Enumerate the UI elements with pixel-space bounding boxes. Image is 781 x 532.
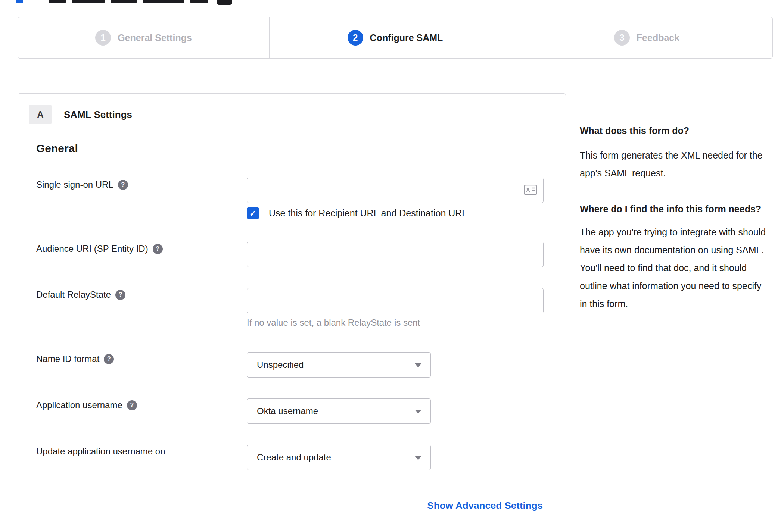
cropped-title-fragment bbox=[143, 0, 184, 3]
contact-card-icon[interactable] bbox=[524, 185, 537, 197]
step-general-settings[interactable]: 1 General Settings bbox=[18, 17, 269, 58]
show-advanced-settings-link[interactable]: Show Advanced Settings bbox=[427, 500, 543, 511]
step-label: General Settings bbox=[118, 32, 192, 43]
step-label: Feedback bbox=[637, 32, 679, 43]
sidebar-question-1: What does this form do? bbox=[580, 122, 771, 139]
update-username-value: Create and update bbox=[257, 452, 331, 463]
default-relaystate-label: Default RelayState bbox=[36, 290, 111, 300]
sidebar-question-2: Where do I find the info this form needs… bbox=[580, 201, 771, 217]
help-icon[interactable]: ? bbox=[127, 400, 137, 410]
sidebar-answer-1: This form generates the XML needed for t… bbox=[580, 146, 771, 182]
help-icon[interactable]: ? bbox=[153, 244, 163, 254]
help-sidebar: What does this form do? This form genera… bbox=[580, 122, 771, 313]
chevron-down-icon bbox=[415, 410, 421, 414]
default-relaystate-input[interactable] bbox=[247, 288, 544, 313]
help-icon[interactable]: ? bbox=[118, 180, 128, 190]
audience-uri-label: Audience URI (SP Entity ID) bbox=[36, 244, 148, 254]
help-icon[interactable]: ? bbox=[104, 354, 114, 364]
relaystate-hint: If no value is set, a blank RelayState i… bbox=[247, 317, 420, 328]
name-id-format-label: Name ID format bbox=[36, 354, 99, 364]
step-configure-saml[interactable]: 2 Configure SAML bbox=[269, 17, 521, 58]
group-title-general: General bbox=[36, 142, 78, 155]
update-username-select[interactable]: Create and update bbox=[247, 445, 431, 470]
saml-settings-panel: A SAML Settings General Single sign-on U… bbox=[18, 93, 566, 532]
chevron-down-icon bbox=[415, 363, 421, 367]
step-number-badge: 1 bbox=[95, 30, 111, 46]
step-number-badge: 3 bbox=[614, 30, 630, 46]
sso-url-label: Single sign-on URL bbox=[36, 179, 113, 190]
wizard-stepper: 1 General Settings 2 Configure SAML 3 Fe… bbox=[18, 17, 773, 59]
help-icon[interactable]: ? bbox=[115, 290, 125, 300]
application-username-select[interactable]: Okta username bbox=[247, 398, 431, 424]
step-label: Configure SAML bbox=[370, 32, 443, 43]
cropped-title-fragment bbox=[217, 0, 232, 5]
update-username-label: Update application username on bbox=[36, 446, 165, 457]
name-id-format-value: Unspecified bbox=[257, 360, 304, 370]
sidebar-answer-2: The app you're trying to integrate with … bbox=[580, 223, 771, 313]
section-badge-a: A bbox=[29, 105, 52, 124]
recipient-url-checkbox[interactable] bbox=[247, 207, 259, 219]
name-id-format-select[interactable]: Unspecified bbox=[247, 352, 431, 378]
section-title: SAML Settings bbox=[64, 109, 132, 121]
step-number-badge: 2 bbox=[348, 30, 363, 46]
recipient-url-checkbox-label: Use this for Recipient URL and Destinati… bbox=[269, 208, 467, 219]
cropped-title-fragment bbox=[72, 0, 105, 3]
cropped-title-fragment bbox=[190, 0, 208, 3]
step-feedback[interactable]: 3 Feedback bbox=[521, 17, 772, 58]
cropped-title-fragment bbox=[49, 0, 66, 3]
cropped-title-fragment bbox=[16, 0, 23, 3]
cropped-title-fragment bbox=[111, 0, 137, 3]
sso-url-input[interactable] bbox=[247, 178, 544, 203]
chevron-down-icon bbox=[415, 456, 421, 460]
audience-uri-input[interactable] bbox=[247, 242, 544, 267]
application-username-value: Okta username bbox=[257, 406, 318, 416]
application-username-label: Application username bbox=[36, 400, 122, 410]
